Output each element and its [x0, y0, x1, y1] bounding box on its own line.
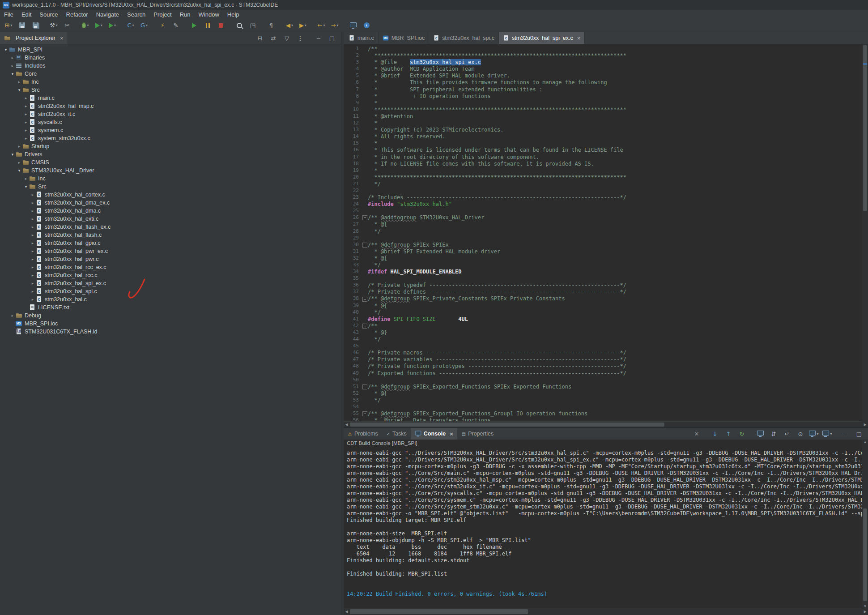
tree-expand-icon[interactable]: ▸: [23, 104, 29, 108]
menu-navigate[interactable]: Navigate: [92, 10, 123, 19]
tree-item-mbr-spi[interactable]: ▾MBR_SPI: [0, 46, 341, 54]
external-tools-button[interactable]: ▾: [106, 20, 119, 31]
info-button[interactable]: [360, 20, 373, 31]
tree-item-stm32u0xx-hal-exti-c[interactable]: ▸stm32u0xx_hal_exti.c: [0, 215, 341, 223]
link-with-editor-button[interactable]: ⇄: [267, 33, 280, 43]
fold-collapse-icon[interactable]: [362, 411, 367, 416]
tree-expand-icon[interactable]: ▸: [30, 209, 36, 213]
console-tab-tasks[interactable]: ✓Tasks: [382, 428, 411, 440]
tree-item-main-c[interactable]: ▸main.c: [0, 94, 341, 102]
tree-collapse-icon[interactable]: ▾: [23, 184, 29, 189]
back-button[interactable]: ←▾: [315, 20, 328, 31]
view-menu-button[interactable]: ⋮: [294, 33, 306, 43]
tree-item-mbr-spi-ioc[interactable]: MBR_SPI.ioc: [0, 320, 341, 328]
new-cpp-source-button[interactable]: G▾: [138, 20, 150, 31]
scroll-right-icon[interactable]: ▶: [862, 423, 868, 427]
tree-item-core[interactable]: ▾Core: [0, 70, 341, 78]
tree-collapse-icon[interactable]: ▾: [3, 47, 9, 52]
tree-expand-icon[interactable]: ▸: [9, 313, 16, 318]
menu-window[interactable]: Window: [195, 10, 223, 19]
tree-item-syscalls-c[interactable]: ▸syscalls.c: [0, 118, 341, 126]
tree-expand-icon[interactable]: ▸: [23, 128, 29, 132]
tree-item-stm32u0xx-hal-cortex-c[interactable]: ▸stm32u0xx_hal_cortex.c: [0, 191, 341, 199]
tree-collapse-icon[interactable]: ▾: [9, 72, 16, 76]
prev-annotation-button[interactable]: ◀▾: [283, 20, 296, 31]
run-button[interactable]: ▾: [93, 20, 105, 31]
maximize-button[interactable]: □: [326, 33, 338, 43]
project-explorer-tab[interactable]: Project Explorer ×: [0, 32, 68, 44]
tree-expand-icon[interactable]: ▸: [30, 257, 36, 261]
fold-collapse-icon[interactable]: [362, 324, 367, 329]
tree-expand-icon[interactable]: ▸: [30, 201, 36, 205]
menu-source[interactable]: Source: [35, 10, 62, 19]
show-whitespace-button[interactable]: ¶: [265, 20, 277, 31]
tree-collapse-icon[interactable]: ▾: [16, 168, 22, 173]
clear-console-button[interactable]: [754, 428, 766, 439]
tree-item-stm32u0xx-hal-spi-c[interactable]: ▸stm32u0xx_hal_spi.c: [0, 287, 341, 295]
terminate-button[interactable]: [215, 20, 227, 31]
tree-expand-icon[interactable]: ▸: [30, 249, 36, 253]
fold-collapse-icon[interactable]: [362, 297, 367, 302]
tree-expand-icon[interactable]: ▸: [30, 265, 36, 269]
scroll-to-top-button[interactable]: ↑: [722, 428, 735, 439]
minimize-button[interactable]: ─: [839, 428, 852, 439]
console-hscroll-thumb[interactable]: [350, 609, 528, 614]
terminal-button[interactable]: [347, 20, 359, 31]
tree-expand-icon[interactable]: ▸: [30, 225, 36, 229]
resume-button[interactable]: [188, 20, 200, 31]
editor-tab-main-c[interactable]: main.c: [345, 32, 379, 44]
tree-item-stm32u0xx-hal-pwr-c[interactable]: ▸stm32u0xx_hal_pwr.c: [0, 255, 341, 263]
close-tab-icon[interactable]: ×: [577, 35, 581, 42]
tree-expand-icon[interactable]: ▸: [30, 289, 36, 294]
console-tab-properties[interactable]: ▤Properties: [457, 428, 498, 440]
menu-file[interactable]: File: [0, 10, 17, 19]
console-tab-problems[interactable]: ⚠Problems: [344, 428, 382, 440]
relaunch-button[interactable]: ↻: [736, 428, 748, 439]
tree-expand-icon[interactable]: ▸: [16, 144, 22, 149]
tree-item-license-txt[interactable]: LICENSE.txt: [0, 303, 341, 312]
collapse-all-button[interactable]: ⊟: [254, 33, 266, 43]
debug-button[interactable]: ▾: [79, 20, 92, 31]
tree-item-src[interactable]: ▾Src: [0, 183, 341, 191]
clean-button[interactable]: ✂: [61, 20, 73, 31]
tree-expand-icon[interactable]: ▸: [23, 112, 29, 116]
scroll-to-bottom-button[interactable]: ↓: [709, 428, 721, 439]
tree-expand-icon[interactable]: ▸: [30, 297, 36, 302]
console-horizontal-scrollbar[interactable]: ◀ ▶: [344, 608, 868, 615]
tree-item-stm32u0xx-hal-flash-ex-c[interactable]: ▸stm32u0xx_hal_flash_ex.c: [0, 223, 341, 231]
tree-expand-icon[interactable]: ▸: [30, 281, 36, 286]
tree-item-stm32u0xx-it-c[interactable]: ▸stm32u0xx_it.c: [0, 110, 341, 118]
forward-button[interactable]: →▾: [328, 20, 341, 31]
tree-expand-icon[interactable]: ▸: [23, 136, 29, 141]
menu-project[interactable]: Project: [149, 10, 175, 19]
editor-vertical-scrollbar[interactable]: [862, 44, 868, 422]
menu-edit[interactable]: Edit: [17, 10, 35, 19]
menu-help[interactable]: Help: [223, 10, 243, 19]
console-tab-console[interactable]: Console×: [411, 428, 457, 440]
tree-collapse-icon[interactable]: ▾: [16, 88, 22, 92]
tree-expand-icon[interactable]: ▸: [30, 233, 36, 237]
open-element-button[interactable]: ◳: [247, 20, 259, 31]
tree-item-src[interactable]: ▾Src: [0, 86, 341, 94]
editor-tab-stm32u0xx-hal-spi-ex-c[interactable]: stm32u0xx_hal_spi_ex.c×: [499, 32, 585, 44]
flash-programmer-button[interactable]: ⚡: [156, 20, 169, 31]
maximize-button[interactable]: □: [853, 428, 865, 439]
fold-collapse-icon[interactable]: [362, 215, 367, 220]
filter-button[interactable]: ▽: [281, 33, 293, 43]
console-output[interactable]: arm-none-eabi-gcc "../Drivers/STM32U0xx_…: [344, 448, 868, 608]
tree-expand-icon[interactable]: ▸: [30, 217, 36, 221]
tree-item-cmsis[interactable]: ▸CMSIS: [0, 158, 341, 167]
save-button[interactable]: [16, 20, 28, 31]
next-annotation-button[interactable]: ▶▾: [297, 20, 309, 31]
code-editor[interactable]: 1/**2 **********************************…: [344, 44, 868, 427]
tree-item-stm32u0xx-hal-msp-c[interactable]: ▸stm32u0xx_hal_msp.c: [0, 102, 341, 110]
tree-item-debug[interactable]: ▸Debug: [0, 312, 341, 320]
tree-expand-icon[interactable]: ▸: [9, 64, 16, 68]
scroll-left-icon[interactable]: ◀: [344, 423, 349, 427]
editor-horizontal-scrollbar[interactable]: ◀ ▶: [344, 421, 868, 427]
tree-item-stm32u0xx-hal-driver[interactable]: ▾STM32U0xx_HAL_Driver: [0, 167, 341, 175]
tree-item-stm32u0xx-hal-dma-ex-c[interactable]: ▸stm32u0xx_hal_dma_ex.c: [0, 199, 341, 207]
tree-item-stm32u0xx-hal-rcc-c[interactable]: ▸stm32u0xx_hal_rcc.c: [0, 271, 341, 279]
scroll-up-icon[interactable]: ▲: [862, 440, 868, 444]
tree-item-binaries[interactable]: ▸Binaries: [0, 54, 341, 62]
